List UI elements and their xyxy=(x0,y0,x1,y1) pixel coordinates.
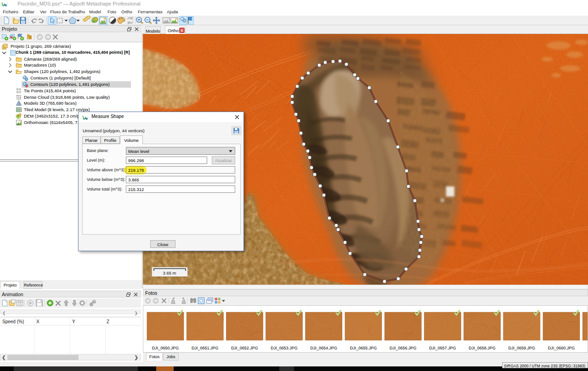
svg-text:DJI_0654.JPG: DJI_0654.JPG xyxy=(311,346,338,350)
svg-text:DJI_0658.JPG: DJI_0658.JPG xyxy=(469,346,496,350)
svg-text:DJI_0652.JPG: DJI_0652.JPG xyxy=(231,346,258,350)
svg-text:DJI_0660.JPG: DJI_0660.JPG xyxy=(548,346,575,350)
svg-text:DJI_0656.JPG: DJI_0656.JPG xyxy=(390,346,417,350)
svg-text:DJI_0653.JPG: DJI_0653.JPG xyxy=(271,346,298,350)
svg-text:3.65 m: 3.65 m xyxy=(163,270,176,275)
svg-text:DJI_0659.JPG: DJI_0659.JPG xyxy=(509,346,536,350)
svg-text:DJI_0657.JPG: DJI_0657.JPG xyxy=(429,346,456,350)
svg-text:DJI_0651.JPG: DJI_0651.JPG xyxy=(192,346,219,350)
svg-text:DJI_0650.JPG: DJI_0650.JPG xyxy=(152,346,179,350)
svg-text:DJI_0655.JPG: DJI_0655.JPG xyxy=(350,346,377,350)
